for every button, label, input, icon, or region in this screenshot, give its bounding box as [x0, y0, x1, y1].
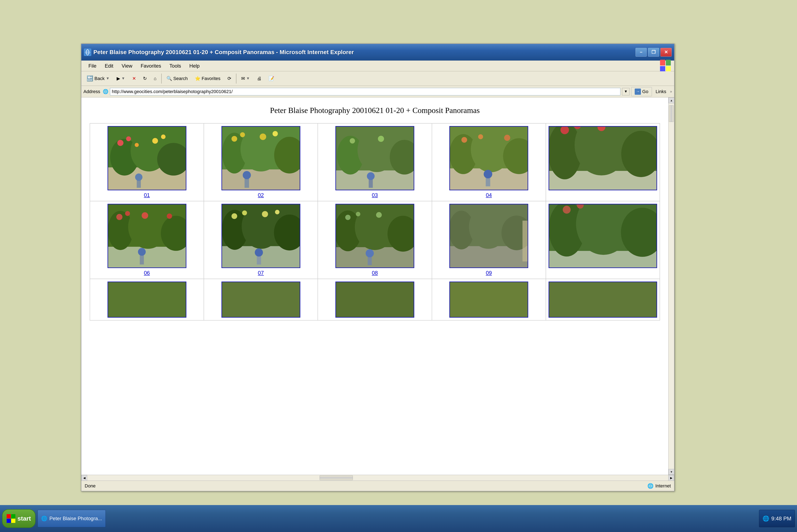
- photo-cell-09: 09: [432, 201, 546, 279]
- menu-favorites[interactable]: Favorites: [137, 62, 165, 70]
- favorites-button[interactable]: ⭐ Favorites: [192, 74, 223, 83]
- photo-thumb-07[interactable]: [221, 204, 300, 268]
- garden-image-03: [336, 127, 414, 190]
- stop-button[interactable]: ✕: [129, 74, 139, 83]
- photo-link-03[interactable]: 03: [372, 192, 378, 198]
- svg-point-27: [242, 171, 251, 179]
- horizontal-scrollbar[interactable]: ◀ ▶: [81, 475, 674, 480]
- address-label: Address: [84, 89, 100, 94]
- history-button[interactable]: ⟳: [224, 74, 234, 83]
- page-title: Peter Blaise Photography 20010621 01-20 …: [90, 106, 660, 115]
- garden-image-10: [549, 205, 656, 267]
- photo-link-02[interactable]: 02: [258, 192, 264, 198]
- taskbar-ie-label: Peter Blaise Photogra...: [49, 516, 102, 521]
- photo-thumb-04[interactable]: [449, 126, 528, 190]
- scroll-left-arrow[interactable]: ◀: [81, 475, 87, 481]
- start-button[interactable]: start: [2, 509, 36, 528]
- scroll-h-track[interactable]: [87, 475, 668, 480]
- photo-thumb-13[interactable]: [336, 282, 414, 318]
- svg-rect-102: [222, 282, 300, 317]
- back-dropdown-icon[interactable]: ▼: [106, 76, 110, 81]
- photo-link-09[interactable]: 09: [486, 270, 492, 276]
- garden-image-11: [108, 282, 186, 317]
- photo-thumb-11[interactable]: [108, 282, 186, 318]
- svg-point-84: [376, 212, 382, 218]
- photo-thumb-12[interactable]: [221, 282, 300, 318]
- vertical-scrollbar[interactable]: ▲ ▼: [668, 97, 674, 475]
- photo-link-04[interactable]: 04: [486, 192, 492, 198]
- taskbar-ie-item[interactable]: 🌐 Peter Blaise Photogra...: [38, 510, 105, 527]
- refresh-button[interactable]: ↻: [140, 74, 150, 83]
- forward-dropdown-icon[interactable]: ▼: [122, 76, 125, 81]
- photo-thumb-09[interactable]: [449, 204, 528, 268]
- garden-image-04: [450, 127, 528, 190]
- photo-thumb-15[interactable]: [548, 282, 657, 318]
- print-button[interactable]: 🖨: [254, 74, 265, 83]
- mail-button[interactable]: ✉ ▼: [238, 74, 253, 83]
- menu-help[interactable]: Help: [185, 62, 203, 70]
- svg-rect-93: [523, 221, 528, 262]
- search-button[interactable]: 🔍 Search: [163, 74, 191, 83]
- windows-logo: [660, 60, 671, 72]
- svg-point-25: [273, 131, 278, 136]
- zone-label: Internet: [655, 483, 671, 489]
- garden-image-13: [336, 282, 414, 317]
- photo-thumb-10[interactable]: [548, 204, 657, 268]
- svg-point-99: [563, 206, 570, 213]
- svg-point-24: [260, 134, 266, 140]
- svg-point-14: [161, 135, 166, 139]
- svg-point-83: [356, 212, 360, 216]
- svg-rect-101: [108, 282, 186, 317]
- scroll-thumb[interactable]: [669, 105, 674, 122]
- close-button[interactable]: ✕: [660, 48, 672, 57]
- go-button[interactable]: → Go: [631, 87, 652, 96]
- photo-thumb-08[interactable]: [336, 204, 414, 268]
- mail-dropdown-icon[interactable]: ▼: [246, 76, 250, 81]
- menu-tools[interactable]: Tools: [166, 62, 185, 70]
- forward-icon: ▶: [116, 76, 120, 81]
- menu-file[interactable]: File: [85, 62, 100, 70]
- photo-cell-06: 06: [90, 201, 204, 279]
- address-dropdown[interactable]: ▼: [622, 88, 630, 95]
- home-button[interactable]: ⌂: [151, 74, 160, 83]
- edit-button[interactable]: 📝: [266, 74, 277, 83]
- photo-link-06[interactable]: 06: [144, 270, 150, 276]
- scroll-h-thumb[interactable]: [320, 475, 353, 480]
- photo-thumb-03[interactable]: [336, 126, 414, 190]
- restore-button[interactable]: ❐: [648, 48, 659, 57]
- mail-icon: ✉: [241, 76, 245, 81]
- svg-point-31: [357, 128, 396, 172]
- ie-window: Peter Blaise Photography 20010621 01-20 …: [81, 43, 674, 491]
- photo-cell-14: [432, 279, 546, 321]
- forward-button[interactable]: ▶ ▼: [113, 74, 128, 83]
- page-content: Peter Blaise Photography 20010621 01-20 …: [81, 97, 668, 475]
- menu-view[interactable]: View: [118, 62, 136, 70]
- svg-point-11: [126, 136, 131, 141]
- tray-time: 9:48 PM: [771, 515, 791, 522]
- photo-link-01[interactable]: 01: [144, 192, 150, 198]
- photo-cell-12: [204, 279, 318, 321]
- scroll-up-arrow[interactable]: ▲: [669, 97, 674, 103]
- menu-edit[interactable]: Edit: [101, 62, 117, 70]
- photo-thumb-06[interactable]: [108, 204, 186, 268]
- scroll-down-arrow[interactable]: ▼: [669, 469, 674, 475]
- photo-thumb-01[interactable]: [108, 126, 186, 190]
- photo-thumb-14[interactable]: [449, 282, 528, 318]
- address-input[interactable]: [110, 88, 620, 95]
- svg-point-60: [116, 214, 123, 220]
- links-button[interactable]: Links: [654, 88, 668, 96]
- scroll-right-arrow[interactable]: ▶: [668, 475, 674, 481]
- back-button[interactable]: 🔙 Back ▼: [84, 74, 113, 83]
- svg-point-43: [478, 134, 483, 139]
- refresh-icon: ↻: [143, 76, 147, 81]
- svg-rect-103: [336, 282, 414, 317]
- scroll-track[interactable]: [669, 103, 674, 469]
- minimize-button[interactable]: −: [635, 48, 647, 57]
- favorites-icon: ⭐: [195, 76, 200, 81]
- photo-thumb-05[interactable]: [548, 126, 657, 190]
- photo-cell-11: [90, 279, 204, 321]
- photo-link-07[interactable]: 07: [258, 270, 264, 276]
- photo-link-08[interactable]: 08: [372, 270, 378, 276]
- search-icon: 🔍: [166, 76, 172, 81]
- photo-thumb-02[interactable]: [221, 126, 300, 190]
